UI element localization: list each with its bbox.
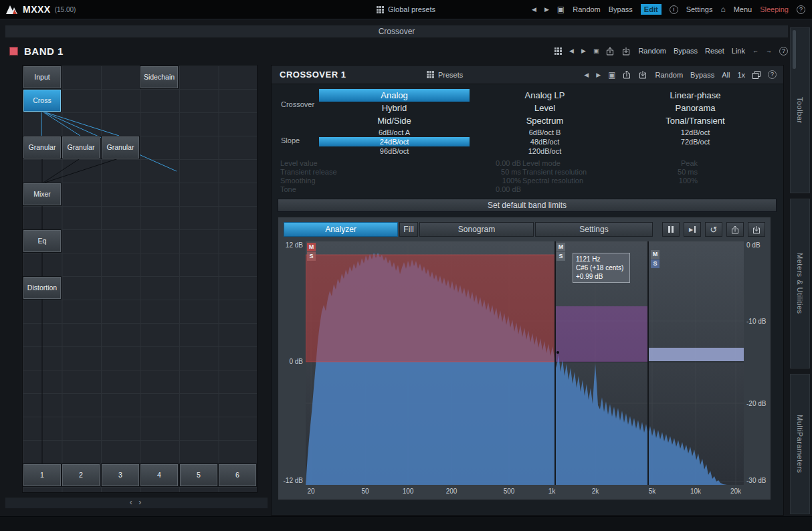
mode-analog[interactable]: Analog	[319, 89, 470, 102]
sidebar-meters-utilities[interactable]: Meters & Utilities	[790, 199, 810, 368]
band-reset-button[interactable]: Reset	[705, 47, 724, 55]
info-icon[interactable]: i	[670, 5, 678, 14]
slope-48[interactable]: 48dB/oct	[470, 137, 620, 146]
node-mixer[interactable]: Mixer	[23, 183, 61, 205]
undo-icon[interactable]: ←	[752, 47, 758, 54]
band-solo-button[interactable]: S	[556, 252, 565, 261]
paste-analysis-button[interactable]	[748, 222, 765, 237]
node-input[interactable]: Input	[23, 66, 61, 88]
node-eq[interactable]: Eq	[23, 230, 61, 252]
band-bypass-button[interactable]: Bypass	[674, 47, 698, 55]
node-sidechain[interactable]: Sidechain	[140, 66, 178, 88]
disabled-params-left: Level value0.00 dB Transient release50 m…	[280, 159, 521, 194]
mode-analog-lp[interactable]: Analog LP	[470, 89, 620, 102]
panel-bypass-button[interactable]: Bypass	[690, 71, 714, 79]
band-mute-button[interactable]: M	[651, 250, 659, 259]
side-scrollbar-thumb[interactable]	[793, 30, 796, 69]
copy-analysis-button[interactable]	[726, 222, 744, 237]
slope-120[interactable]: 120dB/oct	[470, 146, 620, 156]
mode-level[interactable]: Level	[470, 102, 620, 114]
tab-fill[interactable]: Fill	[399, 222, 418, 237]
grid-icon	[377, 6, 384, 13]
band-link-button[interactable]: Link	[732, 47, 745, 55]
slot-4[interactable]: 4	[140, 464, 178, 486]
step-button[interactable]: ▶	[684, 222, 701, 237]
mode-linear-phase[interactable]: Linear-phase	[620, 89, 771, 102]
param-label: Transient resolution	[522, 168, 587, 177]
help-icon[interactable]: ?	[797, 5, 805, 14]
copy-icon[interactable]	[623, 70, 631, 79]
node-cross[interactable]: Cross	[23, 90, 61, 112]
next-preset-icon[interactable]: ▶	[544, 6, 549, 13]
all-button[interactable]: All	[722, 71, 730, 79]
slot-5[interactable]: 5	[180, 464, 217, 486]
prev-icon[interactable]: ◀	[569, 47, 574, 54]
band-mute-button[interactable]: M	[556, 243, 565, 251]
slot-2[interactable]: 2	[62, 464, 100, 486]
copy-icon[interactable]	[606, 47, 615, 56]
reset-analysis-button[interactable]: ↺	[705, 222, 722, 237]
band-solo-button[interactable]: S	[307, 252, 316, 261]
sidebar-multiparameters[interactable]: MultiParameters	[790, 374, 810, 514]
band-color-chip[interactable]	[9, 47, 18, 56]
mode-spectrum[interactable]: Spectrum	[470, 114, 620, 127]
next-icon[interactable]: ▶	[581, 47, 586, 54]
mode-panorama[interactable]: Panorama	[620, 102, 771, 114]
edit-button[interactable]: Edit	[641, 4, 662, 15]
next-icon[interactable]: ▶	[596, 72, 601, 78]
set-default-band-limits-button[interactable]: Set default band limits	[278, 199, 777, 212]
slot-1[interactable]: 1	[23, 464, 61, 486]
band-random-button[interactable]: Random	[638, 47, 666, 55]
tab-settings[interactable]: Settings	[535, 222, 653, 237]
sidebar-toolbar[interactable]: Toolbar	[790, 27, 810, 193]
band-solo-button[interactable]: S	[651, 259, 659, 268]
home-icon[interactable]: ⌂	[720, 5, 725, 14]
node-graph-scrollbar[interactable]: ‹ ›	[5, 498, 268, 508]
node-graph-panel[interactable]: Input Sidechain Cross Granular Granular …	[22, 65, 258, 493]
slope-96[interactable]: 96dB/oct	[319, 146, 470, 156]
redo-icon[interactable]: →	[766, 47, 772, 54]
band-help-icon[interactable]: ?	[779, 47, 788, 56]
crossover-section-bar[interactable]: Crossover	[5, 25, 788, 37]
slope-72[interactable]: 72dB/oct	[620, 137, 771, 146]
tab-analyzer[interactable]: Analyzer	[284, 222, 398, 237]
mode-hybrid[interactable]: Hybrid	[319, 102, 470, 114]
panic-icon[interactable]: ▣	[557, 5, 565, 14]
panel-help-icon[interactable]: ?	[768, 70, 777, 79]
mode-tonal-transient[interactable]: Tonal/Transient	[620, 114, 771, 127]
random-button[interactable]: Random	[573, 5, 601, 13]
mode-midside[interactable]: Mid/Side	[319, 114, 470, 127]
detach-window-icon[interactable]	[752, 71, 760, 79]
bypass-button[interactable]: Bypass	[609, 5, 633, 13]
global-presets-button[interactable]: Global presets	[388, 5, 435, 13]
slope-column-3: 12dB/oct 72dB/oct	[620, 128, 771, 146]
prev-preset-icon[interactable]: ◀	[532, 6, 536, 13]
tab-sonogram[interactable]: Sonogram	[419, 222, 534, 237]
slot-6[interactable]: 6	[219, 464, 256, 486]
panic-icon[interactable]: ▣	[593, 47, 599, 54]
prev-icon[interactable]: ◀	[584, 72, 589, 78]
node-distortion[interactable]: Distortion	[23, 277, 61, 299]
cursor-point	[556, 351, 559, 354]
paste-icon[interactable]	[639, 70, 647, 79]
panel-random-button[interactable]: Random	[655, 71, 683, 79]
menu-button[interactable]: Menu	[734, 5, 752, 13]
pause-button[interactable]	[662, 222, 680, 237]
node-granular-1[interactable]: Granular	[23, 136, 61, 158]
grid-icon[interactable]	[554, 47, 562, 55]
panic-icon[interactable]: ▣	[608, 70, 615, 80]
presets-button[interactable]: Presets	[427, 71, 463, 79]
slope-12[interactable]: 12dB/oct	[620, 128, 771, 137]
sleeping-status[interactable]: Sleeping	[760, 5, 789, 13]
settings-button[interactable]: Settings	[686, 5, 713, 13]
spectrum-graph[interactable]: M S M S M S 1121 Hz C#6 (+18 cents) +0.9…	[306, 241, 744, 485]
slope-6a[interactable]: 6dB/oct A	[319, 128, 470, 137]
scale-button[interactable]: 1x	[737, 71, 745, 79]
slope-6b[interactable]: 6dB/oct B	[470, 128, 620, 137]
node-granular-2[interactable]: Granular	[62, 136, 100, 158]
paste-icon[interactable]	[622, 47, 631, 56]
node-granular-3[interactable]: Granular	[102, 136, 139, 158]
slot-3[interactable]: 3	[102, 464, 139, 486]
slope-24[interactable]: 24dB/oct	[319, 137, 470, 146]
band-mute-button[interactable]: M	[307, 243, 316, 251]
